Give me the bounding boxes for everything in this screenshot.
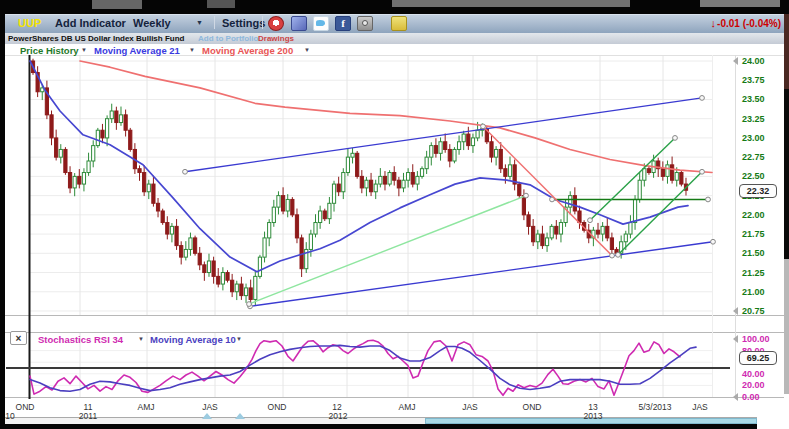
candle-body bbox=[671, 165, 674, 180]
candle-body bbox=[374, 184, 377, 192]
candle-body bbox=[254, 276, 257, 299]
axis-arrow-icon[interactable] bbox=[733, 307, 738, 315]
candle-body bbox=[518, 184, 521, 196]
candle-body bbox=[504, 169, 507, 177]
sticky-note-icon[interactable] bbox=[391, 16, 407, 31]
trendline-channel-bottom bbox=[250, 242, 713, 307]
candle-body bbox=[221, 273, 224, 285]
trendline-handle-channel-top[interactable] bbox=[700, 96, 705, 101]
candle-body bbox=[467, 134, 470, 146]
candle-body bbox=[444, 142, 447, 150]
trendline-handle-steep-green-upper[interactable] bbox=[588, 218, 593, 223]
candle-body bbox=[643, 169, 646, 181]
candle-body bbox=[453, 149, 456, 161]
axis-arrow-icon[interactable] bbox=[733, 335, 738, 343]
trendline-handle-horizontal-green[interactable] bbox=[706, 197, 711, 202]
candle-body bbox=[462, 134, 465, 142]
candle-body bbox=[365, 180, 368, 188]
candle-body bbox=[532, 226, 535, 241]
candle-body bbox=[369, 180, 372, 192]
candle-body bbox=[156, 203, 159, 211]
chart-cube-icon[interactable] bbox=[291, 16, 307, 31]
ma21-caret-icon[interactable]: ▼ bbox=[189, 47, 195, 53]
symbol-label[interactable]: UUP bbox=[18, 17, 41, 29]
trendline-handle-steep-green-upper[interactable] bbox=[673, 136, 678, 141]
candle-body bbox=[231, 280, 234, 292]
ma200-caret-icon[interactable]: ▼ bbox=[304, 47, 310, 53]
trendline-handle-downtrend-red[interactable] bbox=[481, 124, 486, 129]
candle-body bbox=[495, 149, 498, 157]
candle-body bbox=[383, 176, 386, 184]
candle-body bbox=[416, 176, 419, 184]
candle-body bbox=[244, 288, 247, 296]
indicator-ma10-label[interactable]: Moving Average 10 bbox=[150, 334, 236, 345]
candle-body bbox=[64, 149, 67, 172]
candle-body bbox=[314, 223, 317, 235]
candle-body bbox=[508, 165, 511, 177]
trendline-handle-uptrend-light-green[interactable] bbox=[247, 302, 252, 307]
stoch-caret-icon[interactable]: ▼ bbox=[138, 336, 144, 342]
candle-body bbox=[425, 157, 428, 169]
candle-body bbox=[207, 261, 210, 273]
ma200-line bbox=[80, 61, 712, 173]
candle-body bbox=[78, 176, 81, 184]
period-button[interactable]: Weekly bbox=[133, 17, 171, 29]
legend-ma200[interactable]: Moving Average 200 bbox=[202, 45, 293, 56]
twitter-icon[interactable] bbox=[313, 16, 329, 31]
trendline-handle-channel-top[interactable] bbox=[183, 169, 188, 174]
candle-body bbox=[541, 234, 544, 246]
window-frame-left bbox=[0, 0, 5, 429]
trendline-handle-steep-green-lower[interactable] bbox=[700, 169, 705, 174]
candle-body bbox=[212, 261, 215, 276]
legend-price-history[interactable]: Price History bbox=[20, 45, 79, 56]
ma10-caret-icon[interactable]: ▼ bbox=[236, 336, 242, 342]
legend-ma21[interactable]: Moving Average 21 bbox=[94, 45, 180, 56]
candle-body bbox=[346, 157, 349, 172]
axis-arrow-icon[interactable] bbox=[733, 393, 738, 401]
alarm-clock-icon[interactable] bbox=[268, 16, 284, 31]
chart-canvas[interactable] bbox=[0, 0, 789, 429]
candle-body bbox=[680, 173, 683, 185]
period-caret-icon[interactable]: ▼ bbox=[196, 19, 203, 26]
candle-body bbox=[606, 226, 609, 238]
add-to-portfolio-button[interactable]: Add to Portfolio bbox=[198, 34, 258, 43]
toolbar-separator bbox=[262, 16, 263, 29]
price-history-caret-icon[interactable]: ▼ bbox=[81, 47, 87, 53]
trendline-steep-green-lower bbox=[618, 172, 702, 255]
candle-body bbox=[569, 196, 572, 208]
candle-body bbox=[281, 196, 284, 211]
candle-body bbox=[175, 226, 178, 245]
candle-body bbox=[601, 226, 604, 234]
candle-body bbox=[360, 176, 363, 188]
add-indicator-button[interactable]: Add Indicator bbox=[55, 17, 126, 29]
axis-arrow-icon[interactable] bbox=[733, 57, 738, 65]
candle-body bbox=[578, 211, 581, 223]
indicator-close-button[interactable]: × bbox=[10, 331, 27, 345]
candle-body bbox=[490, 142, 493, 157]
candle-body bbox=[351, 153, 354, 157]
facebook-icon[interactable]: f bbox=[335, 16, 351, 31]
candle-body bbox=[596, 230, 599, 234]
candle-body bbox=[536, 234, 539, 242]
candle-body bbox=[434, 146, 437, 154]
candle-body bbox=[291, 199, 294, 214]
indicator-stoch-label[interactable]: Stochastics RSI 34 bbox=[38, 334, 123, 345]
trendline-handle-downtrend-red[interactable] bbox=[610, 253, 615, 258]
candle-body bbox=[666, 165, 669, 177]
price-change: ↓-0.01 (-0.04%) bbox=[711, 17, 781, 29]
candle-body bbox=[258, 257, 261, 276]
trendline-handle-uptrend-light-green[interactable] bbox=[524, 193, 529, 198]
camera-icon[interactable] bbox=[357, 16, 373, 31]
candle-body bbox=[286, 199, 289, 211]
trendline-handle-steep-green-lower[interactable] bbox=[616, 252, 621, 257]
candle-body bbox=[263, 238, 266, 257]
trendline-handle-channel-bottom[interactable] bbox=[711, 239, 716, 244]
candle-body bbox=[217, 276, 220, 284]
candle-body bbox=[342, 173, 345, 192]
candle-body bbox=[337, 184, 340, 192]
drawings-button[interactable]: Drawings bbox=[258, 34, 294, 43]
candle-body bbox=[68, 173, 71, 188]
candle-body bbox=[471, 138, 474, 146]
candle-body bbox=[193, 238, 196, 253]
settings-button[interactable]: Settings bbox=[222, 17, 265, 29]
